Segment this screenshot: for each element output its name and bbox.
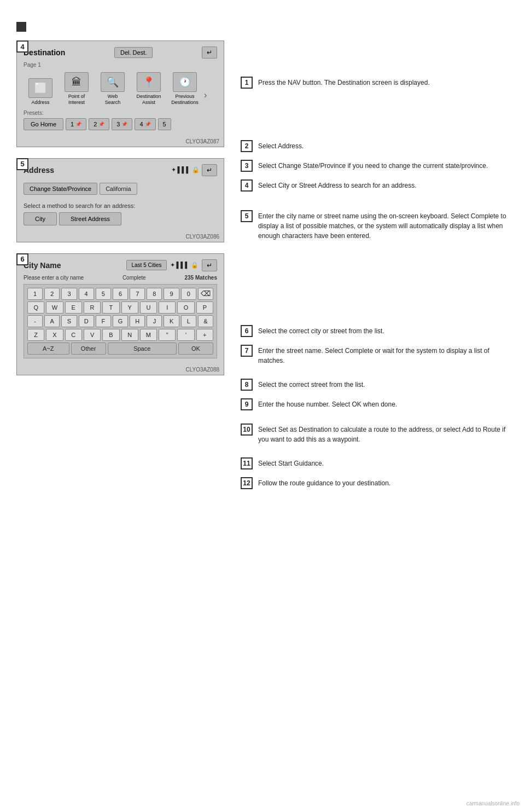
presets-label: Presets: xyxy=(24,110,217,116)
preset-4-button[interactable]: 4 📌 xyxy=(135,118,155,130)
change-state-button[interactable]: Change State/Province xyxy=(24,183,97,195)
key-other[interactable]: Other xyxy=(71,343,106,355)
more-arrow[interactable]: › xyxy=(204,90,207,106)
badge-9: 9 xyxy=(241,398,253,410)
web-search-icon-item[interactable]: 🔍 WebSearch xyxy=(96,72,130,106)
key-u[interactable]: U xyxy=(140,301,157,314)
key-m[interactable]: M xyxy=(140,329,157,341)
badge-11: 11 xyxy=(241,457,253,469)
text-1: Press the NAV button. The Destination sc… xyxy=(258,77,430,88)
addr-back-button[interactable]: ↵ xyxy=(202,164,217,176)
key-backspace[interactable]: ⌫ xyxy=(198,288,213,300)
key-space[interactable]: Space xyxy=(108,343,177,355)
presets-row: Go Home 1 📌 2 📌 3 📌 4 📌 5 xyxy=(24,118,217,130)
complete-label: Complete xyxy=(122,275,146,281)
key-apos[interactable]: ' xyxy=(177,329,194,341)
key-c[interactable]: C xyxy=(65,329,82,341)
dest-icon-grid: ⬜ Address 🏛 Point ofInterest 🔍 WebSearch… xyxy=(24,72,217,106)
key-2[interactable]: 2 xyxy=(44,288,60,300)
last5-button[interactable]: Last 5 Cities xyxy=(126,260,166,270)
text-11: Select Start Guidance. xyxy=(258,457,324,468)
num-item-4: 4 Select City or Street Address to searc… xyxy=(241,179,509,192)
key-1[interactable]: 1 xyxy=(27,288,43,300)
dest-assist-label: DestinationAssist xyxy=(136,94,161,106)
key-i[interactable]: I xyxy=(159,301,176,314)
key-a[interactable]: A xyxy=(44,315,60,327)
key-g[interactable]: G xyxy=(113,315,128,327)
key-p[interactable]: P xyxy=(196,301,213,314)
web-search-label: WebSearch xyxy=(105,94,121,106)
key-x[interactable]: X xyxy=(46,329,63,341)
key-e[interactable]: E xyxy=(65,301,82,314)
text-7: Enter the street name. Select Complete o… xyxy=(258,345,509,366)
address-icon: ⬜ xyxy=(28,78,52,98)
street-address-button[interactable]: Street Address xyxy=(59,212,121,225)
key-f[interactable]: F xyxy=(96,315,111,327)
badge-2: 2 xyxy=(241,140,253,152)
num-item-5: 5 Enter the city name or street name usi… xyxy=(241,210,509,241)
go-home-button[interactable]: Go Home xyxy=(24,118,63,130)
poi-icon-item[interactable]: 🏛 Point ofInterest xyxy=(60,72,94,106)
preset-1-button[interactable]: 1 📌 xyxy=(66,118,86,130)
dest-assist-icon-item[interactable]: 📍 DestinationAssist xyxy=(132,72,166,106)
key-l[interactable]: L xyxy=(181,315,196,327)
key-j[interactable]: J xyxy=(147,315,162,327)
key-5[interactable]: 5 xyxy=(96,288,111,300)
key-6[interactable]: 6 xyxy=(113,288,128,300)
key-0[interactable]: 0 xyxy=(181,288,196,300)
key-8[interactable]: 8 xyxy=(147,288,162,300)
text-12: Follow the route guidance to your destin… xyxy=(258,477,390,488)
key-z[interactable]: Z xyxy=(27,329,44,341)
key-dash[interactable]: - xyxy=(27,315,43,327)
key-t[interactable]: T xyxy=(102,301,119,314)
key-y[interactable]: Y xyxy=(121,301,138,314)
state-row: Change State/Province California xyxy=(24,183,217,195)
key-d[interactable]: D xyxy=(79,315,94,327)
key-3[interactable]: 3 xyxy=(61,288,77,300)
city-screen: City Name Last 5 Cities ✦ ▌▌▌ 🔒 ↵ Please… xyxy=(17,254,224,375)
key-4[interactable]: 4 xyxy=(79,288,94,300)
text-8: Select the correct street from the list. xyxy=(258,379,365,390)
city-prompt: Please enter a city name xyxy=(24,275,84,281)
key-7[interactable]: 7 xyxy=(130,288,145,300)
key-v[interactable]: V xyxy=(84,329,101,341)
del-dest-button[interactable]: Del. Dest. xyxy=(114,47,153,58)
panel-4: 4 Destination Del. Dest. ↵ Page 1 ⬜ Addr… xyxy=(16,40,224,147)
key-az[interactable]: A~Z xyxy=(27,343,69,355)
badge-7: 7 xyxy=(241,345,253,357)
text-9: Enter the house number. Select OK when d… xyxy=(258,398,397,409)
panel-6-code: CLYO3AZ088 xyxy=(185,367,219,373)
preset-3-button[interactable]: 3 📌 xyxy=(112,118,132,130)
text-6: Select the correct city or street from t… xyxy=(258,325,384,336)
badge-12: 12 xyxy=(241,477,253,489)
key-r[interactable]: R xyxy=(84,301,101,314)
badge-1: 1 xyxy=(241,77,253,89)
key-k[interactable]: K xyxy=(164,315,179,327)
key-9[interactable]: 9 xyxy=(164,288,179,300)
dest-back-button[interactable]: ↵ xyxy=(202,47,217,59)
key-w[interactable]: W xyxy=(46,301,63,314)
key-q[interactable]: Q xyxy=(27,301,44,314)
key-b[interactable]: B xyxy=(102,329,119,341)
num-item-9: 9 Enter the house number. Select OK when… xyxy=(241,398,509,410)
city-button[interactable]: City xyxy=(24,212,57,225)
preset-5-button[interactable]: 5 xyxy=(158,118,171,130)
num-item-8: 8 Select the correct street from the lis… xyxy=(241,379,509,391)
text-2: Select Address. xyxy=(258,140,304,151)
key-ok[interactable]: OK xyxy=(178,343,213,355)
key-n[interactable]: N xyxy=(121,329,138,341)
key-o[interactable]: O xyxy=(177,301,194,314)
key-h[interactable]: H xyxy=(130,315,145,327)
key-plus[interactable]: + xyxy=(196,329,213,341)
preset-2-button[interactable]: 2 📌 xyxy=(89,118,109,130)
prev-dest-icon: 🕐 xyxy=(173,72,197,92)
key-s[interactable]: S xyxy=(61,315,77,327)
prev-dest-icon-item[interactable]: 🕐 PreviousDestinations xyxy=(168,72,202,106)
text-5: Enter the city name or street name using… xyxy=(258,210,509,241)
address-screen: Address ✦ ▌▌▌ 🔒 ↵ Change State/Province … xyxy=(17,159,224,242)
address-icon-item[interactable]: ⬜ Address xyxy=(24,78,57,106)
key-quote[interactable]: " xyxy=(159,329,176,341)
address-label: Address xyxy=(31,100,49,106)
city-back-button[interactable]: ↵ xyxy=(202,259,217,271)
key-amp[interactable]: & xyxy=(198,315,213,327)
